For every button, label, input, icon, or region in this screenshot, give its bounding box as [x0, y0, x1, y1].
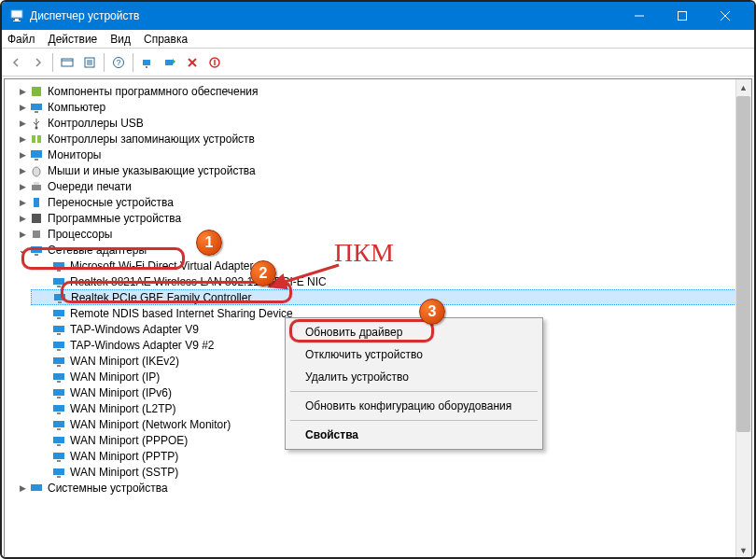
- svg-rect-43: [53, 310, 64, 316]
- svg-rect-47: [53, 342, 64, 348]
- svg-rect-33: [32, 214, 41, 223]
- svg-rect-45: [53, 326, 64, 332]
- menu-action[interactable]: Действие: [49, 33, 98, 46]
- ctx-uninstall[interactable]: Удалить устройство: [288, 366, 539, 388]
- svg-rect-65: [31, 484, 42, 491]
- network-adapter-icon: [51, 417, 66, 432]
- tb-scan[interactable]: [137, 52, 158, 73]
- svg-rect-52: [57, 381, 61, 383]
- tree-item[interactable]: Realtek 8821AE Wireless LAN 802.11ac PCI…: [31, 273, 744, 289]
- scrollbar[interactable]: ▲ ▼: [735, 79, 751, 558]
- svg-rect-56: [57, 412, 61, 414]
- svg-rect-35: [31, 246, 42, 253]
- context-separator: [290, 420, 538, 421]
- pkm-label: ПКМ: [334, 238, 394, 268]
- svg-rect-60: [57, 444, 61, 446]
- tb-back[interactable]: [6, 52, 26, 73]
- tree-item[interactable]: ▶Компьютер: [12, 99, 744, 115]
- tb-disable[interactable]: [204, 52, 225, 73]
- portable-icon: [29, 195, 44, 210]
- svg-rect-48: [57, 349, 61, 351]
- scroll-thumb[interactable]: [736, 96, 750, 432]
- menu-file[interactable]: Файл: [7, 33, 35, 46]
- minimize-button[interactable]: [618, 2, 661, 30]
- svg-rect-25: [32, 135, 35, 143]
- network-adapter-icon: [51, 354, 66, 369]
- svg-rect-64: [57, 476, 61, 478]
- close-button[interactable]: [704, 2, 747, 30]
- svg-point-24: [35, 126, 38, 129]
- svg-rect-61: [53, 453, 64, 459]
- svg-rect-59: [53, 437, 64, 443]
- tb-forward[interactable]: [28, 52, 49, 73]
- tb-update-driver[interactable]: [160, 52, 180, 73]
- tree-item[interactable]: ▶Мыши и иные указывающие устройства: [12, 162, 744, 178]
- storage-icon: [29, 132, 44, 147]
- tree-item[interactable]: WAN Miniport (SSTP): [31, 464, 744, 480]
- tree-item[interactable]: Realtek PCIe GBE Family Controller: [31, 289, 744, 305]
- mouse-icon: [29, 163, 44, 178]
- svg-rect-22: [31, 104, 42, 110]
- tree-item[interactable]: ▶Системные устройства: [12, 480, 744, 496]
- svg-rect-54: [57, 397, 61, 398]
- svg-point-29: [33, 167, 40, 176]
- tree-item[interactable]: ▶Компоненты программного обеспечения: [12, 83, 744, 99]
- network-adapter-icon: [51, 385, 66, 400]
- printer-icon: [29, 179, 44, 194]
- tb-help[interactable]: ?: [108, 52, 129, 73]
- scroll-up[interactable]: ▲: [735, 79, 751, 95]
- svg-rect-44: [57, 317, 61, 319]
- tb-properties[interactable]: [79, 52, 100, 73]
- tree-item[interactable]: ▶Переносные устройства: [12, 194, 744, 210]
- network-adapter-icon: [51, 449, 66, 464]
- tree-item[interactable]: WAN Miniport (PPTP): [31, 448, 744, 464]
- tree-item[interactable]: ▶Контроллеры USB: [12, 115, 744, 131]
- network-adapter-icon: [51, 322, 66, 337]
- network-adapter-icon: [51, 306, 66, 321]
- tb-uninstall[interactable]: [182, 52, 203, 73]
- ctx-update-driver[interactable]: Обновить драйвер: [288, 321, 539, 343]
- ctx-disable[interactable]: Отключить устройство: [288, 343, 539, 366]
- menu-view[interactable]: Вид: [110, 33, 131, 46]
- tree-item[interactable]: ▶Программные устройства: [12, 210, 744, 226]
- svg-rect-49: [53, 357, 64, 364]
- svg-rect-31: [34, 182, 39, 185]
- system-icon: [29, 481, 44, 496]
- svg-rect-16: [146, 66, 147, 68]
- cpu-icon: [29, 227, 44, 242]
- tb-show-console[interactable]: [57, 52, 77, 73]
- ctx-properties[interactable]: Свойства: [288, 424, 539, 446]
- svg-rect-4: [679, 12, 687, 21]
- network-adapter-icon: [51, 274, 66, 289]
- tree-item[interactable]: ▶Контроллеры запоминающих устройств: [12, 131, 744, 147]
- svg-rect-0: [11, 10, 22, 18]
- scroll-down[interactable]: ▼: [735, 542, 751, 558]
- network-adapter-icon: [51, 370, 66, 384]
- tree-item[interactable]: ▶Мониторы: [12, 147, 744, 162]
- svg-rect-40: [57, 286, 61, 287]
- tree-item[interactable]: ▶Очереди печати: [12, 178, 744, 194]
- svg-rect-30: [32, 185, 41, 190]
- maximize-button[interactable]: [661, 2, 704, 30]
- svg-rect-2: [13, 21, 21, 21]
- network-adapter-icon: [51, 433, 66, 448]
- svg-rect-34: [33, 231, 40, 238]
- svg-rect-63: [53, 468, 64, 475]
- software-icon: [29, 84, 44, 99]
- svg-rect-27: [31, 150, 42, 158]
- toolbar: ?: [2, 49, 754, 77]
- svg-rect-51: [53, 373, 64, 380]
- svg-rect-38: [57, 270, 61, 272]
- network-adapter-icon: [51, 465, 66, 480]
- svg-rect-36: [35, 254, 38, 256]
- svg-rect-37: [53, 262, 64, 269]
- svg-rect-50: [57, 365, 61, 367]
- svg-rect-7: [62, 59, 73, 66]
- usb-icon: [29, 116, 44, 131]
- svg-rect-53: [53, 389, 64, 396]
- window-title: Диспетчер устройств: [30, 9, 618, 22]
- ctx-scan[interactable]: Обновить конфигурацию оборудования: [288, 395, 539, 417]
- badge-3: 3: [419, 299, 445, 325]
- svg-rect-21: [32, 87, 41, 96]
- menu-help[interactable]: Справка: [144, 33, 188, 46]
